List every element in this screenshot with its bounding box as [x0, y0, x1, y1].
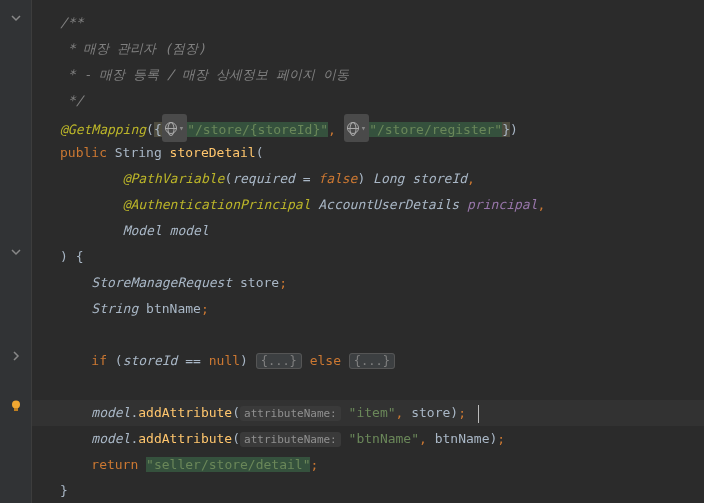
type: AccountUserDetails [318, 197, 459, 212]
keyword: if [91, 353, 107, 368]
code-line[interactable]: } [32, 478, 704, 503]
chevron-down-icon: ▾ [361, 115, 366, 141]
var: model [91, 431, 130, 446]
code-line[interactable]: @GetMapping({▾"/store/{storeId}", ▾"/sto… [32, 114, 704, 140]
keyword: null [209, 353, 240, 368]
comment: * - 매장 등록 / 매장 상세정보 페이지 이동 [60, 67, 349, 82]
string: "btnName" [349, 431, 419, 446]
url-icon[interactable]: ▾ [344, 114, 369, 142]
chevron-down-icon: ▾ [179, 115, 184, 141]
cursor [478, 405, 479, 423]
blank-line [32, 322, 704, 348]
var: storeId [123, 353, 178, 368]
type: String [115, 145, 162, 160]
string: "item" [349, 405, 396, 420]
var: store [411, 405, 450, 420]
code-line[interactable]: Model model [32, 218, 704, 244]
type: Model [123, 223, 162, 238]
svg-point-0 [12, 401, 20, 409]
code-editor[interactable]: /** * 매장 관리자 (점장) * - 매장 등록 / 매장 상세정보 페이… [0, 0, 704, 503]
var: btnName [146, 301, 201, 316]
var: model [91, 405, 130, 420]
keyword: public [60, 145, 107, 160]
fold-region[interactable]: {...} [256, 353, 302, 369]
code-line[interactable]: return "seller/store/detail"; [32, 452, 704, 478]
code-line[interactable]: model.addAttribute(attributeName: "btnNa… [32, 426, 704, 452]
inline-hint: attributeName: [240, 406, 341, 421]
comment: */ [60, 93, 83, 108]
string: "/store/{storeId}" [187, 122, 328, 137]
keyword: return [91, 457, 138, 472]
fold-region[interactable]: {...} [349, 353, 395, 369]
code-line[interactable]: @PathVariable(required = false) Long sto… [32, 166, 704, 192]
param: storeId [412, 171, 467, 186]
fold-icon[interactable] [8, 10, 24, 26]
code-line[interactable]: @AuthenticationPrincipal AccountUserDeta… [32, 192, 704, 218]
url-icon[interactable]: ▾ [162, 114, 187, 142]
fold-expand-icon[interactable] [8, 348, 24, 364]
code-line[interactable]: String btnName; [32, 296, 704, 322]
annotation: @GetMapping [60, 122, 146, 137]
string: "seller/store/detail" [146, 457, 310, 472]
method-call: addAttribute [138, 405, 232, 420]
annotation: @PathVariable [123, 171, 225, 186]
svg-rect-1 [14, 408, 18, 411]
type: StoreManageRequest [91, 275, 232, 290]
globe-icon [165, 122, 177, 134]
comment: * 매장 관리자 (점장) [60, 41, 206, 56]
bulb-icon[interactable] [8, 398, 24, 414]
method-name: storeDetail [170, 145, 256, 160]
globe-icon [347, 122, 359, 134]
keyword: else [310, 353, 341, 368]
type: String [91, 301, 138, 316]
method-call: addAttribute [138, 431, 232, 446]
param: model [170, 223, 209, 238]
gutter [0, 0, 32, 503]
code-line[interactable]: ) { [32, 244, 704, 270]
code-line[interactable]: public String storeDetail( [32, 140, 704, 166]
param: principal [467, 197, 537, 212]
code-area[interactable]: /** * 매장 관리자 (점장) * - 매장 등록 / 매장 상세정보 페이… [32, 0, 704, 503]
param: required [232, 171, 295, 186]
blank-line [32, 374, 704, 400]
string: "/store/register" [369, 122, 502, 137]
fold-icon[interactable] [8, 244, 24, 260]
comment: /** [60, 15, 83, 30]
keyword: false [318, 171, 357, 186]
inline-hint: attributeName: [240, 432, 341, 447]
annotation: @AuthenticationPrincipal [123, 197, 311, 212]
var: btnName [435, 431, 490, 446]
code-line[interactable]: if (storeId == null) {...} else {...} [32, 348, 704, 374]
var: store [240, 275, 279, 290]
code-line[interactable]: StoreManageRequest store; [32, 270, 704, 296]
code-line-current[interactable]: model.addAttribute(attributeName: "item"… [32, 400, 704, 426]
type: Long [373, 171, 404, 186]
